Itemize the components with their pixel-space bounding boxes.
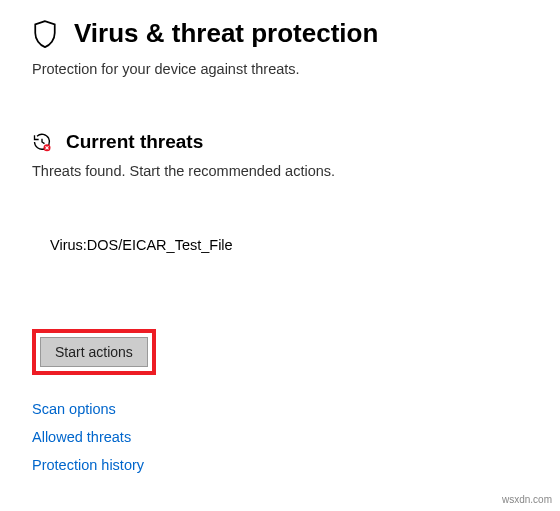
page-header: Virus & threat protection (32, 18, 528, 49)
threat-name: Virus:DOS/EICAR_Test_File (50, 237, 528, 253)
section-subtitle: Threats found. Start the recommended act… (32, 163, 528, 179)
links-group: Scan options Allowed threats Protection … (32, 401, 528, 473)
watermark: wsxdn.com (502, 494, 552, 505)
protection-history-link[interactable]: Protection history (32, 457, 528, 473)
start-actions-button[interactable]: Start actions (40, 337, 148, 367)
page-subtitle: Protection for your device against threa… (32, 61, 528, 77)
shield-icon (32, 19, 58, 49)
scan-options-link[interactable]: Scan options (32, 401, 528, 417)
section-header: Current threats (32, 131, 528, 153)
page-title: Virus & threat protection (74, 18, 378, 49)
allowed-threats-link[interactable]: Allowed threats (32, 429, 528, 445)
section-title: Current threats (66, 131, 203, 153)
highlight-box: Start actions (32, 329, 156, 375)
history-alert-icon (32, 132, 52, 152)
